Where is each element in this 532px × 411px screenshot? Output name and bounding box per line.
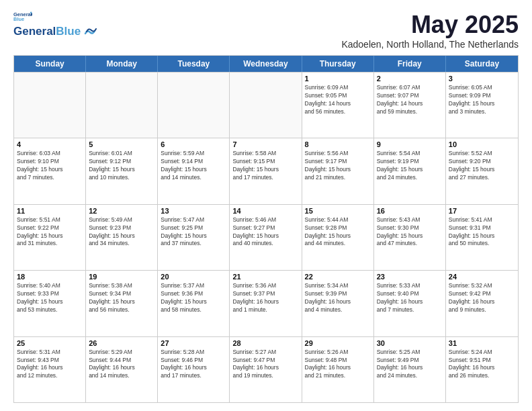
- day-number-9: 9: [377, 140, 443, 148]
- day-info-20: Sunrise: 5:37 AM Sunset: 9:36 PM Dayligh…: [161, 282, 226, 314]
- day-info-3: Sunrise: 6:05 AM Sunset: 9:09 PM Dayligh…: [449, 84, 515, 116]
- day-info-6: Sunrise: 5:59 AM Sunset: 9:14 PM Dayligh…: [161, 150, 226, 182]
- day-cell-1: 1Sunrise: 6:09 AM Sunset: 9:05 PM Daylig…: [302, 73, 374, 138]
- day-number-27: 27: [161, 339, 226, 347]
- logo: General Blue General Blue: [13, 11, 97, 39]
- day-number-22: 22: [305, 273, 371, 281]
- day-cell-31: 31Sunrise: 5:24 AM Sunset: 9:51 PM Dayli…: [446, 337, 518, 402]
- day-info-8: Sunrise: 5:56 AM Sunset: 9:17 PM Dayligh…: [305, 150, 371, 182]
- day-info-15: Sunrise: 5:44 AM Sunset: 9:28 PM Dayligh…: [305, 216, 371, 248]
- day-info-17: Sunrise: 5:41 AM Sunset: 9:31 PM Dayligh…: [449, 216, 515, 248]
- day-number-29: 29: [305, 339, 371, 347]
- day-info-7: Sunrise: 5:58 AM Sunset: 9:15 PM Dayligh…: [232, 150, 298, 182]
- day-info-24: Sunrise: 5:32 AM Sunset: 9:42 PM Dayligh…: [449, 282, 515, 314]
- day-cell-19: 19Sunrise: 5:38 AM Sunset: 9:34 PM Dayli…: [86, 271, 158, 336]
- day-number-18: 18: [17, 273, 83, 281]
- empty-cell-w0d3: [230, 73, 302, 138]
- day-info-1: Sunrise: 6:09 AM Sunset: 9:05 PM Dayligh…: [305, 84, 371, 116]
- day-cell-3: 3Sunrise: 6:05 AM Sunset: 9:09 PM Daylig…: [446, 73, 518, 138]
- day-number-26: 26: [89, 339, 154, 347]
- day-info-26: Sunrise: 5:29 AM Sunset: 9:44 PM Dayligh…: [89, 349, 154, 381]
- day-number-11: 11: [17, 207, 83, 215]
- day-cell-16: 16Sunrise: 5:43 AM Sunset: 9:30 PM Dayli…: [374, 205, 446, 270]
- day-number-3: 3: [449, 75, 515, 83]
- empty-cell-w0d0: [14, 73, 86, 138]
- calendar: Sunday Monday Tuesday Wednesday Thursday…: [13, 55, 519, 403]
- day-cell-4: 4Sunrise: 6:03 AM Sunset: 9:10 PM Daylig…: [14, 138, 86, 203]
- day-cell-18: 18Sunrise: 5:40 AM Sunset: 9:33 PM Dayli…: [14, 271, 86, 336]
- month-title: May 2025: [341, 11, 519, 39]
- day-number-5: 5: [89, 140, 154, 148]
- day-number-2: 2: [377, 75, 443, 83]
- day-info-23: Sunrise: 5:33 AM Sunset: 9:40 PM Dayligh…: [377, 282, 443, 314]
- day-cell-10: 10Sunrise: 5:52 AM Sunset: 9:20 PM Dayli…: [446, 138, 518, 203]
- day-info-14: Sunrise: 5:46 AM Sunset: 9:27 PM Dayligh…: [232, 216, 298, 248]
- title-block: May 2025 Kadoelen, North Holland, The Ne…: [341, 11, 519, 50]
- header-saturday: Saturday: [446, 56, 518, 72]
- day-cell-28: 28Sunrise: 5:27 AM Sunset: 9:47 PM Dayli…: [230, 337, 302, 402]
- day-cell-15: 15Sunrise: 5:44 AM Sunset: 9:28 PM Dayli…: [302, 205, 374, 270]
- logo-general: General: [13, 25, 56, 38]
- header-thursday: Thursday: [302, 56, 374, 72]
- week-row-3: 11Sunrise: 5:51 AM Sunset: 9:22 PM Dayli…: [14, 204, 518, 270]
- day-info-18: Sunrise: 5:40 AM Sunset: 9:33 PM Dayligh…: [17, 282, 83, 314]
- day-number-24: 24: [449, 273, 515, 281]
- header-tuesday: Tuesday: [158, 56, 230, 72]
- day-info-12: Sunrise: 5:49 AM Sunset: 9:23 PM Dayligh…: [89, 216, 154, 248]
- day-info-31: Sunrise: 5:24 AM Sunset: 9:51 PM Dayligh…: [449, 349, 515, 381]
- day-cell-8: 8Sunrise: 5:56 AM Sunset: 9:17 PM Daylig…: [302, 138, 374, 203]
- day-cell-23: 23Sunrise: 5:33 AM Sunset: 9:40 PM Dayli…: [374, 271, 446, 336]
- day-info-10: Sunrise: 5:52 AM Sunset: 9:20 PM Dayligh…: [449, 150, 515, 182]
- day-info-5: Sunrise: 6:01 AM Sunset: 9:12 PM Dayligh…: [89, 150, 154, 182]
- day-info-9: Sunrise: 5:54 AM Sunset: 9:19 PM Dayligh…: [377, 150, 443, 182]
- day-cell-17: 17Sunrise: 5:41 AM Sunset: 9:31 PM Dayli…: [446, 205, 518, 270]
- day-number-21: 21: [232, 273, 298, 281]
- day-cell-26: 26Sunrise: 5:29 AM Sunset: 9:44 PM Dayli…: [86, 337, 158, 402]
- day-number-14: 14: [232, 207, 298, 215]
- day-cell-5: 5Sunrise: 6:01 AM Sunset: 9:12 PM Daylig…: [86, 138, 158, 203]
- day-cell-29: 29Sunrise: 5:26 AM Sunset: 9:48 PM Dayli…: [302, 337, 374, 402]
- day-number-6: 6: [161, 140, 226, 148]
- day-cell-25: 25Sunrise: 5:31 AM Sunset: 9:43 PM Dayli…: [14, 337, 86, 402]
- empty-cell-w0d2: [158, 73, 230, 138]
- day-cell-24: 24Sunrise: 5:32 AM Sunset: 9:42 PM Dayli…: [446, 271, 518, 336]
- day-cell-13: 13Sunrise: 5:47 AM Sunset: 9:25 PM Dayli…: [158, 205, 230, 270]
- day-number-20: 20: [161, 273, 226, 281]
- day-info-13: Sunrise: 5:47 AM Sunset: 9:25 PM Dayligh…: [161, 216, 226, 248]
- logo-blue: Blue: [56, 25, 81, 38]
- empty-cell-w0d1: [86, 73, 158, 138]
- week-row-2: 4Sunrise: 6:03 AM Sunset: 9:10 PM Daylig…: [14, 138, 518, 203]
- day-number-30: 30: [377, 339, 443, 347]
- day-number-8: 8: [305, 140, 371, 148]
- day-cell-9: 9Sunrise: 5:54 AM Sunset: 9:19 PM Daylig…: [374, 138, 446, 203]
- day-info-11: Sunrise: 5:51 AM Sunset: 9:22 PM Dayligh…: [17, 216, 83, 248]
- calendar-body: 1Sunrise: 6:09 AM Sunset: 9:05 PM Daylig…: [14, 72, 518, 402]
- day-cell-2: 2Sunrise: 6:07 AM Sunset: 9:07 PM Daylig…: [374, 73, 446, 138]
- header: General Blue General Blue May 2025 Kadoe…: [13, 11, 519, 50]
- day-info-4: Sunrise: 6:03 AM Sunset: 9:10 PM Dayligh…: [17, 150, 83, 182]
- day-cell-12: 12Sunrise: 5:49 AM Sunset: 9:23 PM Dayli…: [86, 205, 158, 270]
- svg-text:Blue: Blue: [13, 16, 24, 22]
- day-info-22: Sunrise: 5:34 AM Sunset: 9:39 PM Dayligh…: [305, 282, 371, 314]
- day-cell-22: 22Sunrise: 5:34 AM Sunset: 9:39 PM Dayli…: [302, 271, 374, 336]
- header-sunday: Sunday: [14, 56, 86, 72]
- day-number-10: 10: [449, 140, 515, 148]
- day-number-17: 17: [449, 207, 515, 215]
- page: General Blue General Blue May 2025 Kadoe…: [0, 0, 532, 411]
- day-cell-14: 14Sunrise: 5:46 AM Sunset: 9:27 PM Dayli…: [230, 205, 302, 270]
- day-cell-21: 21Sunrise: 5:36 AM Sunset: 9:37 PM Dayli…: [230, 271, 302, 336]
- day-info-25: Sunrise: 5:31 AM Sunset: 9:43 PM Dayligh…: [17, 349, 83, 381]
- day-info-16: Sunrise: 5:43 AM Sunset: 9:30 PM Dayligh…: [377, 216, 443, 248]
- day-cell-27: 27Sunrise: 5:28 AM Sunset: 9:46 PM Dayli…: [158, 337, 230, 402]
- day-info-27: Sunrise: 5:28 AM Sunset: 9:46 PM Dayligh…: [161, 349, 226, 381]
- day-cell-6: 6Sunrise: 5:59 AM Sunset: 9:14 PM Daylig…: [158, 138, 230, 203]
- location: Kadoelen, North Holland, The Netherlands: [341, 39, 519, 50]
- header-wednesday: Wednesday: [230, 56, 302, 72]
- day-info-2: Sunrise: 6:07 AM Sunset: 9:07 PM Dayligh…: [377, 84, 443, 116]
- header-friday: Friday: [374, 56, 446, 72]
- day-cell-30: 30Sunrise: 5:25 AM Sunset: 9:49 PM Dayli…: [374, 337, 446, 402]
- day-cell-11: 11Sunrise: 5:51 AM Sunset: 9:22 PM Dayli…: [14, 205, 86, 270]
- day-number-12: 12: [89, 207, 154, 215]
- day-number-7: 7: [232, 140, 298, 148]
- day-number-1: 1: [305, 75, 371, 83]
